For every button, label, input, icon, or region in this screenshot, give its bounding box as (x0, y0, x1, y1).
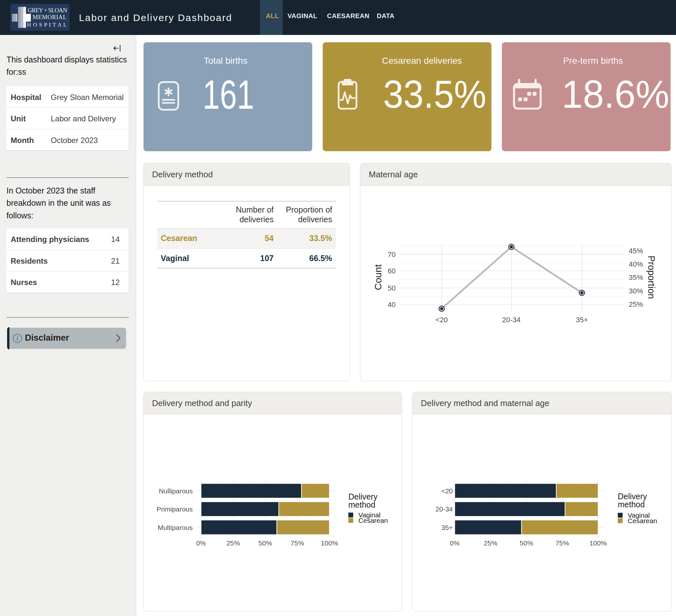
svg-text:75%: 75% (290, 539, 304, 547)
svg-text:Proportion: Proportion (646, 256, 657, 299)
svg-text:50%: 50% (520, 539, 533, 547)
svg-text:60: 60 (388, 267, 396, 275)
svg-text:40%: 40% (629, 260, 643, 268)
svg-text:Nulliparous: Nulliparous (159, 487, 193, 495)
svg-text:75%: 75% (555, 539, 569, 547)
svg-text:35+: 35+ (441, 524, 453, 531)
svg-text:35%: 35% (629, 273, 643, 281)
svg-text:25%: 25% (484, 539, 498, 547)
svg-text:100%: 100% (589, 539, 607, 547)
svg-text:50: 50 (388, 284, 396, 292)
svg-text:25%: 25% (629, 300, 643, 308)
svg-text:i: i (16, 335, 18, 342)
svg-text:<20: <20 (436, 316, 448, 324)
svg-text:20-34: 20-34 (502, 316, 520, 324)
svg-text:45%: 45% (629, 247, 643, 255)
svg-text:<20: <20 (441, 487, 453, 495)
svg-text:30%: 30% (629, 287, 643, 295)
svg-text:H O S P I T A L: H O S P I T A L (27, 21, 67, 28)
svg-text:0%: 0% (450, 539, 460, 547)
svg-text:method: method (348, 500, 375, 509)
svg-text:method: method (618, 500, 644, 509)
svg-text:Count: Count (373, 264, 383, 290)
svg-text:25%: 25% (226, 539, 240, 547)
svg-text:20-34: 20-34 (435, 505, 453, 513)
svg-text:35+: 35+ (576, 316, 588, 324)
svg-text:0%: 0% (196, 539, 206, 547)
svg-text:100%: 100% (321, 539, 338, 547)
svg-text:Multiparous: Multiparous (158, 524, 193, 531)
svg-text:Cesarean: Cesarean (358, 517, 388, 524)
svg-text:50%: 50% (259, 539, 272, 547)
svg-text:Cesarean: Cesarean (628, 517, 657, 524)
svg-text:40: 40 (388, 300, 396, 309)
svg-text:Delivery: Delivery (348, 492, 378, 501)
svg-text:Delivery: Delivery (618, 492, 647, 501)
svg-text:70: 70 (388, 250, 396, 259)
svg-text:Primiparous: Primiparous (157, 505, 193, 513)
